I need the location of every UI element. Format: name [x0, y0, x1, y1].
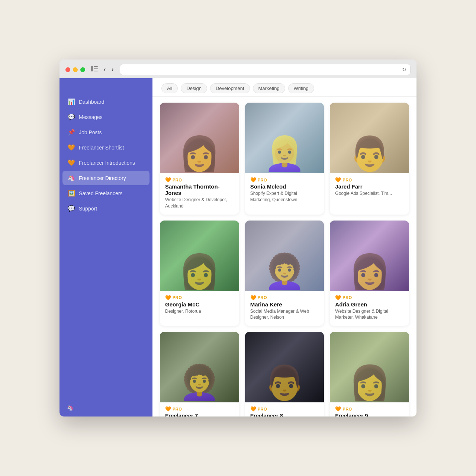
- maximize-button[interactable]: [80, 67, 85, 72]
- pro-label: PRO: [342, 178, 352, 182]
- freelancer-card[interactable]: 👱‍♀️ 🧡 PRO Sonia Mcleod Shopify Expert &…: [245, 103, 324, 215]
- nav-icon-freelancer-introductions: 🧡: [68, 159, 75, 166]
- person-silhouette-icon: 👨: [349, 134, 390, 173]
- filter-chip-writing[interactable]: Writing: [288, 83, 314, 93]
- svg-rect-3: [94, 71, 98, 71]
- pro-icon: 🧡: [165, 406, 171, 412]
- freelancer-photo: 👩‍🦱: [245, 221, 324, 291]
- nav-label-support: Support: [79, 206, 97, 212]
- person-silhouette-icon: 👩: [349, 363, 390, 402]
- filter-chip-development[interactable]: Development: [210, 83, 250, 93]
- freelancer-card[interactable]: 👩 🧡 PRO Samantha Thornton-Jones Website …: [160, 103, 239, 215]
- sidebar-item-saved-freelancers[interactable]: 🖼️ Saved Freelancers: [62, 186, 149, 200]
- app-content: 📊 Dashboard 💬 Messages 📌 Job Posts 🧡 Fre…: [60, 78, 416, 416]
- pro-icon: 🧡: [335, 177, 341, 183]
- pro-badge: 🧡 PRO: [250, 177, 319, 183]
- person-silhouette-icon: 👩: [349, 252, 390, 291]
- minimize-button[interactable]: [73, 67, 78, 72]
- freelancer-card[interactable]: 👨 🧡 PRO Freelancer 8 Specialist, New Zea…: [245, 332, 324, 416]
- sidebar-item-freelancer-shortlist[interactable]: 🧡 Freelancer Shortlist: [62, 140, 149, 155]
- freelancer-name: Georgia McC: [165, 301, 234, 308]
- freelancer-name: Adria Green: [335, 301, 404, 308]
- logo-area: [60, 78, 152, 94]
- freelancer-card[interactable]: 👩 🧡 PRO Georgia McC Designer, Rotorua: [160, 221, 239, 326]
- sidebar-item-freelancer-directory[interactable]: 🦄 Freelancer Directory: [62, 171, 149, 185]
- pro-label: PRO: [173, 295, 182, 300]
- freelancer-photo: 👩: [160, 103, 239, 173]
- sidebar-item-freelancer-introductions[interactable]: 🧡 Freelancer Introductions: [62, 155, 149, 170]
- nav-label-freelancer-shortlist: Freelancer Shortlist: [79, 145, 124, 151]
- freelancer-card[interactable]: 👩‍🦱 🧡 PRO Marina Kere Social Media Manag…: [245, 221, 324, 326]
- freelancer-card[interactable]: 👩 🧡 PRO Adria Green Website Designer & D…: [330, 221, 409, 326]
- card-info: 🧡 PRO Freelancer 8 Specialist, New Zeala…: [245, 402, 324, 416]
- card-info: 🧡 PRO Georgia McC Designer, Rotorua: [160, 291, 239, 320]
- pro-badge: 🧡 PRO: [335, 406, 404, 412]
- sidebar-item-job-posts[interactable]: 📌 Job Posts: [62, 125, 149, 139]
- refresh-button[interactable]: ↻: [402, 67, 406, 73]
- pro-badge: 🧡 PRO: [165, 177, 234, 183]
- svg-rect-0: [91, 66, 93, 71]
- nav-icon-dashboard: 📊: [68, 98, 75, 105]
- person-silhouette-icon: 👩: [178, 252, 220, 291]
- freelancer-name: Freelancer 7: [165, 412, 234, 416]
- nav-icon-freelancer-directory: 🦄: [68, 174, 75, 181]
- freelancer-name: Marina Kere: [250, 301, 319, 308]
- svg-rect-1: [94, 66, 98, 67]
- freelancer-name: Freelancer 9: [335, 412, 404, 416]
- nav-label-job-posts: Job Posts: [79, 129, 102, 135]
- pro-icon: 🧡: [250, 406, 256, 412]
- nav-items: 📊 Dashboard 💬 Messages 📌 Job Posts 🧡 Fre…: [60, 94, 152, 399]
- person-silhouette-icon: 👨: [264, 363, 305, 402]
- filter-chip-design[interactable]: Design: [181, 83, 207, 93]
- nav-icon-saved-freelancers: 🖼️: [68, 190, 75, 197]
- sidebar-item-support[interactable]: 💬 Support: [62, 201, 149, 216]
- nav-label-freelancer-directory: Freelancer Directory: [79, 175, 126, 181]
- card-info: 🧡 PRO Sonia Mcleod Shopify Expert & Digi…: [245, 173, 324, 208]
- card-info: 🧡 PRO Samantha Thornton-Jones Website De…: [160, 173, 239, 215]
- freelancer-card[interactable]: 👩 🧡 PRO Freelancer 9 Expert, New Zealand: [330, 332, 409, 416]
- address-bar[interactable]: ↻: [120, 64, 411, 75]
- person-silhouette-icon: 👩‍🦱: [178, 363, 220, 402]
- pro-label: PRO: [258, 295, 267, 300]
- browser-window: ‹ › ↻ 📊 Dashboard 💬 Messages 📌 Job Posts…: [60, 60, 416, 416]
- sidebar-footer: 🦄: [60, 399, 152, 416]
- freelancer-card[interactable]: 👨 🧡 PRO Jared Farr Google Ads Specialist…: [330, 103, 409, 215]
- freelancer-photo: 👩: [330, 221, 409, 291]
- back-button[interactable]: ‹: [102, 65, 107, 74]
- traffic-lights: [65, 67, 85, 72]
- freelancer-name: Samantha Thornton-Jones: [165, 183, 234, 196]
- pro-icon: 🧡: [165, 177, 171, 183]
- freelancer-photo: 👨: [330, 103, 409, 173]
- freelancer-name: Freelancer 8: [250, 412, 319, 416]
- freelancer-photo: 👩‍🦱: [160, 332, 239, 402]
- nav-label-freelancer-introductions: Freelancer Introductions: [79, 160, 135, 166]
- freelancer-role: Shopify Expert & Digital Marketing, Quee…: [250, 190, 319, 203]
- browser-chrome: ‹ › ↻: [60, 60, 416, 78]
- pro-icon: 🧡: [250, 295, 256, 300]
- user-avatar-icon: 🦄: [67, 405, 73, 411]
- card-info: 🧡 PRO Freelancer 7 Creative, New Zealand: [160, 402, 239, 416]
- person-silhouette-icon: 👱‍♀️: [264, 134, 305, 173]
- freelancer-photo: 👩: [330, 332, 409, 402]
- freelancer-card[interactable]: 👩‍🦱 🧡 PRO Freelancer 7 Creative, New Zea…: [160, 332, 239, 416]
- sidebar: 📊 Dashboard 💬 Messages 📌 Job Posts 🧡 Fre…: [60, 78, 152, 416]
- sidebar-item-messages[interactable]: 💬 Messages: [62, 110, 149, 124]
- filter-chip-marketing[interactable]: Marketing: [253, 83, 285, 93]
- nav-label-saved-freelancers: Saved Freelancers: [79, 190, 123, 196]
- pro-label: PRO: [258, 407, 267, 411]
- nav-icon-job-posts: 📌: [68, 129, 75, 136]
- forward-button[interactable]: ›: [110, 65, 115, 74]
- freelancer-name: Sonia Mcleod: [250, 183, 319, 190]
- nav-icon-support: 💬: [68, 205, 75, 212]
- person-silhouette-icon: 👩‍🦱: [264, 252, 305, 291]
- filter-chip-all[interactable]: All: [161, 83, 178, 93]
- close-button[interactable]: [65, 67, 70, 72]
- card-info: 🧡 PRO Jared Farr Google Ads Specialist, …: [330, 173, 409, 202]
- sidebar-item-dashboard[interactable]: 📊 Dashboard: [62, 94, 149, 109]
- freelancer-photo: 👨: [245, 332, 324, 402]
- sidebar-toggle-button[interactable]: [90, 65, 99, 74]
- pro-badge: 🧡 PRO: [165, 295, 234, 300]
- card-info: 🧡 PRO Marina Kere Social Media Manager &…: [245, 291, 324, 326]
- main-content[interactable]: AllDesignDevelopmentMarketingWriting 👩 🧡…: [152, 78, 416, 416]
- nav-label-dashboard: Dashboard: [79, 99, 104, 105]
